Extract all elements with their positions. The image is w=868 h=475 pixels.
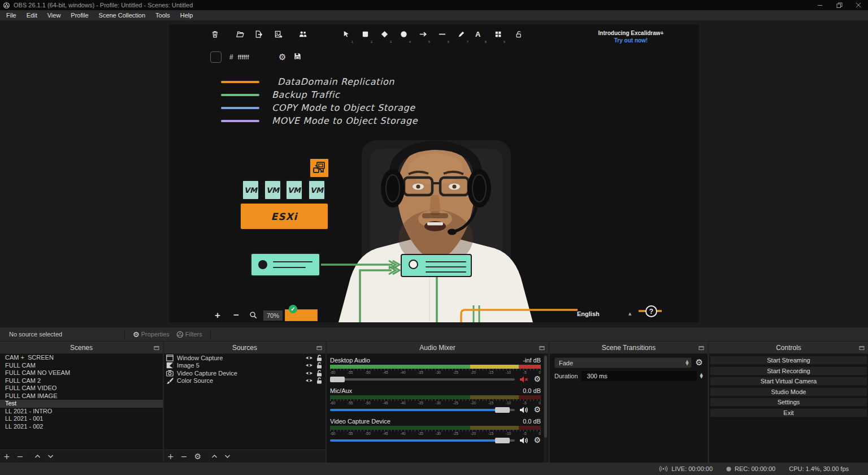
unlock-icon[interactable]	[316, 370, 322, 377]
mute-icon[interactable]	[519, 375, 529, 383]
transition-select[interactable]: Fade ▲▼	[554, 357, 692, 368]
scenes-header[interactable]: Scenes	[0, 342, 163, 354]
export-image-button[interactable]	[274, 30, 284, 44]
text-tool[interactable]: A 8	[475, 30, 485, 44]
add-scene-button[interactable]: +	[3, 452, 10, 460]
source-properties-button[interactable]: ⚙	[194, 452, 201, 460]
speaker-icon[interactable]	[519, 406, 529, 414]
collapse-arrow-icon[interactable]: ▲	[628, 312, 631, 316]
scrollbar-thumb[interactable]	[544, 356, 547, 438]
scene-down-button[interactable]	[47, 454, 54, 459]
language-selector[interactable]: English	[577, 310, 600, 317]
source-item[interactable]: Video Capture Device	[164, 369, 326, 377]
volume-slider[interactable]	[330, 378, 515, 381]
trash-button[interactable]	[211, 30, 220, 44]
scene-item-selected[interactable]: Test	[0, 400, 163, 408]
scene-item[interactable]: LL 2021 - 001	[0, 415, 163, 423]
help-button[interactable]: ?	[645, 305, 657, 317]
scene-up-button[interactable]	[34, 454, 41, 459]
scene-item[interactable]: LL 2021 - 002	[0, 423, 163, 431]
save-button[interactable]	[293, 52, 302, 63]
scene-item[interactable]: FULL CAM VIDEO	[0, 385, 163, 392]
source-item[interactable]: Window Capture	[164, 354, 326, 362]
close-button[interactable]	[849, 0, 868, 10]
panel-float-icon[interactable]	[859, 345, 865, 351]
source-item[interactable]: Color Source	[164, 377, 326, 385]
export-file-button[interactable]	[254, 30, 264, 44]
properties-button[interactable]: ⚙ Properties	[129, 330, 173, 339]
duration-spinner[interactable]: ▲▼	[700, 373, 703, 379]
start-recording-button[interactable]: Start Recording	[710, 366, 867, 375]
channel-settings-icon[interactable]: ⚙	[533, 436, 541, 444]
color-swatch[interactable]	[210, 51, 222, 63]
channel-settings-icon[interactable]: ⚙	[533, 405, 541, 414]
zoom-level[interactable]: 70%	[263, 310, 283, 321]
scene-item[interactable]: FULL CAM 2	[0, 377, 163, 385]
sources-header[interactable]: Sources	[164, 342, 326, 354]
transition-settings-button[interactable]: ⚙	[696, 359, 703, 367]
slider-handle[interactable]	[495, 407, 510, 413]
remove-scene-button[interactable]: −	[17, 452, 24, 460]
draw-tool[interactable]: 7	[457, 30, 467, 44]
mixer-scrollbar[interactable]	[544, 355, 548, 463]
filters-button[interactable]: Filters	[173, 331, 206, 338]
open-button[interactable]	[236, 30, 245, 44]
menu-item[interactable]: File	[1, 12, 21, 19]
scene-item[interactable]: FULL CAM	[0, 362, 163, 370]
speaker-icon[interactable]	[519, 437, 529, 444]
duration-input[interactable]: 300 ms	[581, 371, 697, 381]
start-virtual-camera-button[interactable]: Start Virtual Camera	[710, 377, 867, 386]
controls-header[interactable]: Controls	[709, 342, 868, 354]
zoom-in-button[interactable]: +	[213, 310, 222, 321]
promo-link[interactable]: Try out now!	[587, 37, 675, 44]
menu-item[interactable]: Profile	[66, 12, 93, 19]
slider-handle[interactable]	[495, 438, 510, 443]
video-canvas[interactable]: 1 2 3 4 5	[169, 24, 699, 322]
unlock-icon[interactable]	[316, 355, 322, 361]
settings-button[interactable]: Settings	[710, 398, 867, 407]
scene-item[interactable]: FULL CAM NO VEEAM	[0, 369, 163, 377]
slider-handle[interactable]	[330, 377, 345, 382]
panel-float-icon[interactable]	[698, 345, 704, 351]
scene-item[interactable]: FULL CAM IMAGE	[0, 392, 163, 400]
collaborate-button[interactable]	[298, 30, 308, 44]
panel-float-icon[interactable]	[539, 345, 545, 351]
ellipse-tool[interactable]: 4	[400, 30, 409, 44]
visibility-eye-icon[interactable]	[305, 370, 313, 376]
library-tool[interactable]: 9	[494, 30, 504, 44]
add-source-button[interactable]: +	[167, 452, 174, 460]
menu-item[interactable]: Help	[175, 12, 198, 19]
diamond-tool[interactable]: 3	[380, 30, 390, 44]
zoom-out-button[interactable]: −	[232, 310, 241, 321]
panel-float-icon[interactable]	[316, 345, 322, 351]
source-item[interactable]: Image 5	[164, 362, 326, 370]
scene-item[interactable]: CAM + SCREEN	[0, 354, 163, 362]
line-tool[interactable]: 6	[438, 30, 448, 44]
menu-item[interactable]: Scene Collection	[94, 12, 151, 19]
exit-button[interactable]: Exit	[710, 408, 867, 417]
visibility-eye-icon[interactable]	[305, 378, 313, 383]
rectangle-tool[interactable]: 2	[361, 30, 371, 44]
visibility-eye-icon[interactable]	[305, 362, 313, 368]
unlock-icon[interactable]	[316, 362, 322, 369]
source-up-button[interactable]	[211, 454, 218, 459]
audio-mixer-header[interactable]: Audio Mixer	[327, 342, 548, 354]
menu-item[interactable]: Edit	[21, 12, 42, 19]
volume-slider[interactable]	[330, 409, 515, 411]
canvas-settings-button[interactable]: ⚙	[279, 53, 286, 62]
source-down-button[interactable]	[224, 454, 231, 459]
scene-item[interactable]: LL 2021 - INTRO	[0, 408, 163, 416]
minimize-button[interactable]	[810, 0, 830, 10]
lock-tool[interactable]	[514, 30, 524, 44]
arrow-tool[interactable]: 5	[419, 30, 428, 44]
panel-float-icon[interactable]	[154, 345, 159, 351]
preview-area[interactable]: 1 2 3 4 5	[0, 20, 868, 327]
zoom-reset-button[interactable]	[249, 311, 258, 319]
selection-tool[interactable]: 1	[342, 30, 351, 44]
start-streaming-button[interactable]: Start Streaming	[710, 356, 867, 365]
remove-source-button[interactable]: −	[181, 452, 188, 460]
unlock-icon[interactable]	[316, 377, 322, 384]
transitions-header[interactable]: Scene Transitions	[550, 342, 708, 354]
menu-item[interactable]: Tools	[150, 12, 175, 19]
studio-mode-button[interactable]: Studio Mode	[710, 387, 867, 396]
